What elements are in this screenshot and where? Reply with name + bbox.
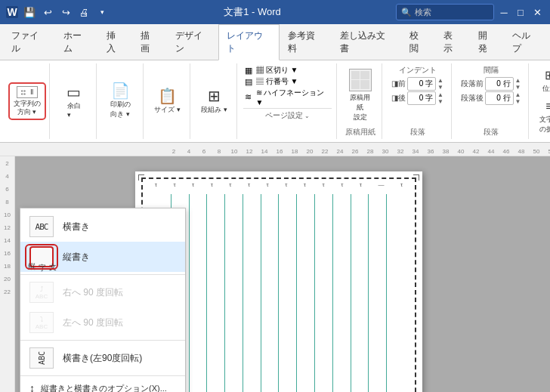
ruler-num-14: 14 [257, 148, 272, 155]
tab-review[interactable]: 校閲 [401, 24, 435, 60]
indent-left-arrow[interactable]: ▲▼ [437, 77, 443, 91]
menu-sep-2 [20, 340, 185, 341]
yoko-left90-icon: ABC [29, 347, 54, 369]
menu-item-yokogumi[interactable]: ABC 横書き [20, 211, 185, 242]
spacing-inputs: 段落前 ▲▼ 段落後 ▲▼ [461, 77, 521, 105]
spacing-after-arrow[interactable]: ▲▼ [515, 91, 521, 105]
hyphenation-row: ≋ ≋ ハイフネーション ▼ [243, 88, 332, 106]
tab-layout[interactable]: レイアウト [218, 24, 279, 60]
size-button[interactable]: 📋 サイズ ▾ [150, 85, 185, 118]
h-marker-1: τ [173, 181, 175, 188]
yokogumi-icon: ABC [29, 216, 54, 237]
spacing-group: 間隔 段落前 ▲▼ 段落後 ▲▼ 段落 [453, 63, 529, 139]
h-marker-0: τ [155, 181, 157, 188]
h-marker-4: τ [229, 181, 231, 188]
indent-left-label: ◨前 [391, 79, 406, 89]
save-button[interactable]: 💾 [23, 5, 36, 19]
menu-item-yoko-left90[interactable]: ABC 横書き(左90度回転) [20, 343, 185, 373]
spacing-before-arrow[interactable]: ▲▼ [515, 77, 521, 91]
position-button[interactable]: ⊞ 位置 [534, 65, 550, 97]
spacing-group-label: 段落 [484, 125, 499, 137]
tab-developer[interactable]: 開発 [470, 24, 504, 60]
position-icon: ⊞ [545, 68, 551, 82]
genko-icon [349, 69, 372, 91]
redo-button[interactable]: ↪ [59, 5, 73, 19]
horizontal-ruler: 2 4 6 8 10 12 14 16 18 20 22 24 26 28 30… [0, 143, 550, 156]
ruler-num-10: 10 [227, 148, 242, 155]
tab-view[interactable]: 表示 [435, 24, 469, 60]
menu-item-tategumi[interactable]: 文字縦 縦書き [20, 242, 185, 272]
tab-help[interactable]: ヘルプ [504, 24, 547, 60]
tab-mailings[interactable]: 差し込み文書 [332, 24, 401, 60]
h-marker-5: τ [248, 181, 250, 188]
vr-22: 22 [4, 289, 11, 295]
ruler-num-34: 34 [408, 148, 423, 155]
indent-right-label: ◨後 [391, 93, 406, 103]
right90-icon: ⤴ ABC [29, 282, 54, 303]
tab-design[interactable]: デザイン [167, 24, 219, 60]
menu-sep-3 [20, 375, 185, 376]
minimize-button[interactable]: ─ [497, 5, 511, 19]
page-break-label[interactable]: ▦ 区切り ▼ [256, 65, 298, 76]
ruler-num-20: 20 [302, 148, 317, 155]
ruler-num-4: 4 [181, 148, 196, 155]
text-dir-content: ↕↕ Ⅱ 文字列の方向 ▾ [8, 65, 46, 137]
ribbon-tabs: ファイル ホーム 挿入 描画 デザイン レイアウト 参考資料 差し込み文書 校閲… [0, 24, 550, 60]
h-marker-10: τ [341, 181, 343, 188]
text-direction-button[interactable]: ↕↕ Ⅱ 文字列の方向 ▾ [8, 82, 46, 120]
ruler-num-28: 28 [363, 148, 378, 155]
close-button[interactable]: ✕ [530, 5, 544, 19]
ruler-num-8: 8 [212, 148, 227, 155]
genko-button[interactable]: 原稿用紙設定 [343, 66, 377, 125]
spacing-after-row: 段落後 ▲▼ [461, 91, 521, 105]
options-link-label: 縦書きと横書きのオプション(X)... [41, 383, 167, 393]
vline-5 [225, 194, 243, 392]
vr-12: 12 [4, 224, 11, 231]
size-icon: 📋 [158, 88, 177, 103]
vr-6: 6 [5, 186, 8, 193]
page-setup-label: ページ設定 ⌄ [243, 108, 332, 121]
indent-left-input[interactable] [407, 77, 436, 91]
spacing-before-input[interactable] [485, 77, 514, 91]
ruler-num-2: 2 [166, 148, 181, 155]
indent-right-arrow[interactable]: ▲▼ [437, 91, 443, 105]
undo-button[interactable]: ↩ [41, 5, 54, 19]
vr-16: 16 [4, 250, 11, 257]
menu-sep-1 [20, 274, 185, 275]
maximize-button[interactable]: □ [514, 5, 527, 19]
ruler-num-42: 42 [468, 148, 484, 155]
word-app-icon[interactable]: W [6, 6, 18, 18]
vr-18: 18 [4, 263, 11, 270]
margins-button[interactable]: ▭ 余白▾ [59, 82, 89, 122]
customize-qat-button[interactable]: ▾ [95, 5, 109, 19]
tab-draw[interactable]: 描画 [132, 24, 166, 60]
indent-right-input[interactable] [407, 91, 436, 105]
genko-group: 原稿用紙設定 原稿用紙 [338, 63, 382, 139]
text-wrap-button[interactable]: ≡ 文字列の折り [534, 97, 550, 137]
spacing-before-label: 段落前 [461, 79, 484, 89]
ruler-num-16: 16 [272, 148, 287, 155]
tab-file[interactable]: ファイル [3, 24, 55, 60]
tab-insert[interactable]: 挿入 [98, 24, 132, 60]
hyphenation-label[interactable]: ≋ ハイフネーション ▼ [256, 88, 332, 106]
title-bar-right: 🔍 検索 ─ □ ✕ [396, 4, 544, 20]
search-box[interactable]: 🔍 検索 [396, 4, 494, 20]
orientation-button[interactable]: 📄 印刷の向き ▾ [106, 80, 136, 122]
quick-print-button[interactable]: 🖨 [77, 5, 91, 19]
tab-references[interactable]: 参考資料 [280, 24, 332, 60]
vline-4 [207, 194, 225, 392]
columns-icon: ⊞ [208, 88, 221, 103]
vline-7 [261, 194, 280, 392]
spacing-after-input[interactable] [485, 91, 514, 105]
line-number-row: ▤ ▤ 行番号 ▼ [243, 76, 332, 87]
genko-label: 原稿用紙設定 [348, 93, 372, 122]
position-label: 位置 [542, 84, 550, 94]
columns-button[interactable]: ⊞ 段組み ▾ [196, 85, 232, 118]
tab-home[interactable]: ホーム [55, 24, 98, 60]
orientation-content: 📄 印刷の向き ▾ [106, 65, 136, 137]
ruler-num-26: 26 [348, 148, 363, 155]
h-marker-row: τ τ τ τ τ τ τ τ τ τ τ τ — τ [143, 179, 415, 188]
line-number-label[interactable]: ▤ 行番号 ▼ [256, 76, 298, 87]
tategumi-icon: 文字縦 [29, 246, 54, 267]
text-direction-options-link[interactable]: ↕ 縦書きと横書きのオプション(X)... [20, 378, 185, 392]
